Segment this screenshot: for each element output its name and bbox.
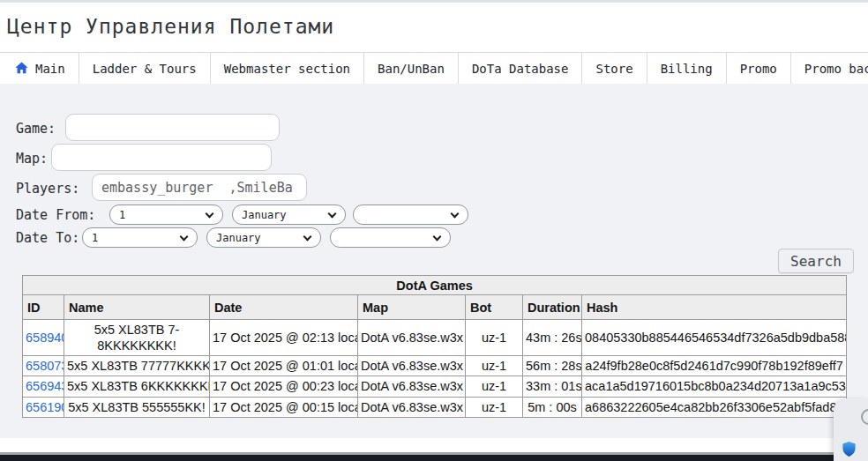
game-bot: uz-1 bbox=[466, 320, 523, 356]
date-to-month-select[interactable]: January bbox=[206, 227, 321, 248]
nav-tab-label: Main bbox=[35, 62, 65, 76]
date-from-label: Date From: bbox=[16, 207, 95, 223]
date-from-month-select[interactable]: January bbox=[232, 204, 346, 225]
floating-widget[interactable] bbox=[834, 398, 868, 461]
chevron-down-icon bbox=[451, 210, 460, 219]
table-title: DotA Games bbox=[23, 276, 847, 295]
players-label: Players: bbox=[16, 181, 79, 197]
date-from-year-select[interactable] bbox=[353, 204, 468, 225]
nav-tab-webmaster-section[interactable]: Webmaster section bbox=[211, 53, 364, 84]
nav-tab-label: Promo background bbox=[804, 62, 868, 76]
game-id-link[interactable]: 658073 bbox=[26, 359, 64, 373]
game-date: 17 Oct 2025 @ 00:15 local bbox=[210, 397, 358, 417]
game-name: 5x5 XL83TB 7-8KKKKKKKK! bbox=[64, 320, 210, 356]
table-row: 656190 5x5 XL83TB 555555KK! 17 Oct 2025 … bbox=[23, 397, 847, 417]
nav-tab-label: DoTa Database bbox=[472, 62, 569, 76]
game-hash: 08405330b885446546534df7326a5db9dba588b6 bbox=[582, 320, 847, 356]
table-row: 658073 5x5 XL83TB 77777KKKK! 17 Oct 2025… bbox=[23, 356, 847, 376]
game-bot: uz-1 bbox=[466, 356, 523, 376]
nav-tab-ladder-tours[interactable]: Ladder & Tours bbox=[79, 53, 211, 84]
page-title: Центр Управления Полетами bbox=[7, 15, 334, 38]
game-name: 5x5 XL83TB 6KKKKKKKK! bbox=[64, 376, 210, 397]
table-row: 656943 5x5 XL83TB 6KKKKKKKK! 17 Oct 2025… bbox=[23, 376, 847, 397]
nav-tab-label: Ban/UnBan bbox=[378, 62, 445, 76]
col-header-name: Name bbox=[64, 295, 210, 320]
nav-tab-label: Promo bbox=[740, 62, 777, 76]
nav-tab-store[interactable]: Store bbox=[582, 53, 647, 84]
game-map: DotA v6.83se.w3x bbox=[358, 376, 466, 397]
nav-tab-label: Billing bbox=[661, 62, 713, 76]
col-header-duration: Duration bbox=[523, 295, 582, 320]
bottom-white-strip bbox=[0, 438, 868, 452]
game-label: Game: bbox=[16, 121, 56, 137]
col-header-map: Map bbox=[358, 295, 466, 320]
game-duration: 56m : 28s bbox=[523, 356, 582, 376]
nav-tab-main[interactable]: Main bbox=[0, 53, 79, 84]
game-duration: 5m : 00s bbox=[523, 397, 582, 417]
nav-tab-label: Ladder & Tours bbox=[93, 62, 197, 76]
nav-tab-promo-background[interactable]: Promo background bbox=[791, 53, 868, 84]
home-icon bbox=[14, 61, 29, 76]
nav-tab-billing[interactable]: Billing bbox=[647, 53, 727, 84]
widget-circle-icon bbox=[861, 409, 868, 425]
date-to-day-select[interactable]: 1 bbox=[82, 227, 198, 248]
game-hash: aca1a5d19716015bc8b0a234d20713a1a9c53279 bbox=[582, 376, 847, 397]
nav-tab-promo[interactable]: Promo bbox=[727, 53, 791, 84]
game-id-link[interactable]: 656190 bbox=[26, 400, 64, 414]
game-name: 5x5 XL83TB 77777KKKK! bbox=[64, 356, 210, 376]
dota-games-table: DotA Games ID Name Date Map Bot Duration… bbox=[22, 275, 847, 418]
col-header-date: Date bbox=[210, 295, 358, 320]
nav-tab-dota-database[interactable]: DoTa Database bbox=[459, 53, 583, 84]
nav-tab-label: Store bbox=[595, 62, 632, 76]
date-from-day-value: 1 bbox=[110, 209, 125, 221]
game-hash: a6863222605e4ca82bb26f3306e52abf5fad8fde bbox=[582, 397, 847, 417]
game-name: 5x5 XL83TB 555555KK! bbox=[64, 397, 210, 417]
content-panel: Game: Map: Players: Date From: 1 January… bbox=[0, 84, 868, 438]
game-input[interactable] bbox=[65, 114, 280, 141]
game-id-link[interactable]: 656943 bbox=[26, 379, 64, 393]
date-to-label: Date To: bbox=[16, 230, 79, 246]
game-map: DotA v6.83se.w3x bbox=[358, 356, 466, 376]
game-map: DotA v6.83se.w3x bbox=[358, 397, 466, 417]
page: Центр Управления Полетами Main Ladder & … bbox=[0, 0, 868, 461]
game-hash: a24f9fb28e0c8f5d2461d7c990f78b192f89eff7 bbox=[582, 356, 847, 376]
map-input[interactable] bbox=[51, 144, 272, 171]
chevron-down-icon bbox=[303, 233, 312, 242]
chevron-down-icon bbox=[206, 210, 214, 219]
game-duration: 43m : 26s bbox=[523, 320, 582, 356]
map-label: Map: bbox=[16, 151, 48, 167]
chevron-down-icon bbox=[328, 210, 337, 219]
date-from-month-value: January bbox=[233, 209, 287, 221]
date-from-day-select[interactable]: 1 bbox=[109, 204, 223, 225]
game-bot: uz-1 bbox=[466, 376, 523, 397]
col-header-bot: Bot bbox=[466, 295, 523, 320]
date-to-day-value: 1 bbox=[83, 232, 98, 244]
players-input[interactable] bbox=[92, 174, 307, 201]
search-button[interactable]: Search bbox=[778, 249, 854, 273]
date-to-month-value: January bbox=[207, 232, 261, 244]
date-to-year-select[interactable] bbox=[330, 227, 451, 248]
table-row: 658940 5x5 XL83TB 7-8KKKKKKKK! 17 Oct 20… bbox=[23, 320, 847, 356]
chevron-down-icon bbox=[180, 233, 189, 242]
main-nav: Main Ladder & Tours Webmaster section Ba… bbox=[0, 52, 868, 84]
nav-tab-label: Webmaster section bbox=[224, 62, 350, 76]
game-bot: uz-1 bbox=[466, 397, 523, 417]
game-id-link[interactable]: 658940 bbox=[26, 331, 64, 345]
top-strip bbox=[0, 0, 868, 3]
table-header-row: ID Name Date Map Bot Duration Hash bbox=[23, 295, 847, 320]
col-header-id: ID bbox=[23, 295, 64, 320]
game-date: 17 Oct 2025 @ 00:23 local bbox=[210, 376, 358, 397]
game-date: 17 Oct 2025 @ 02:13 local bbox=[210, 320, 358, 356]
game-date: 17 Oct 2025 @ 01:01 local bbox=[210, 356, 358, 376]
shield-icon bbox=[842, 441, 857, 457]
game-duration: 33m : 01s bbox=[523, 376, 582, 397]
game-map: DotA v6.83se.w3x bbox=[358, 320, 466, 356]
col-header-hash: Hash bbox=[582, 295, 847, 320]
nav-tab-ban-unban[interactable]: Ban/UnBan bbox=[364, 53, 459, 84]
bottom-dark-bar bbox=[0, 455, 868, 461]
chevron-down-icon bbox=[433, 233, 442, 242]
